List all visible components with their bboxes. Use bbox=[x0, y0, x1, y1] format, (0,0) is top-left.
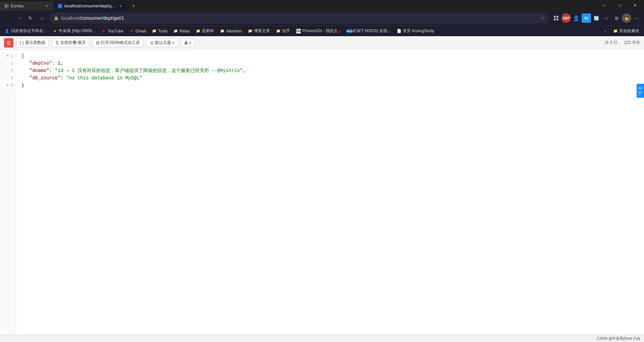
bookmark-id-card[interactable]: 👤 18岁身份证号和名... bbox=[2, 27, 49, 35]
line-num-4: 4 bbox=[3, 74, 13, 82]
line-num-1: ▼ 1 bbox=[3, 52, 13, 60]
bookmark-id-card-icon: 👤 bbox=[5, 29, 9, 33]
line-num-5: ▼ 5 bbox=[3, 82, 13, 89]
bookmark-blog-label: 博客文章 bbox=[254, 28, 270, 34]
bookmark-niuquanyu[interactable]: ★ 牛泉禹 [http://9956... bbox=[50, 27, 98, 35]
bookmark-processon-icon: On bbox=[296, 29, 301, 33]
home-button[interactable]: ⌂ bbox=[37, 13, 47, 23]
json-formatter-logo: {} bbox=[4, 38, 13, 48]
value-deptno: 1 bbox=[58, 60, 60, 67]
bookmark-other[interactable]: 📁 其他收藏夹 bbox=[610, 27, 642, 35]
url-path: /consumer/dept/get/1 bbox=[80, 15, 124, 21]
bookmark-processon-label: ProcessOn - 我的文... bbox=[302, 28, 341, 34]
sync-icon[interactable]: 🔄 bbox=[592, 13, 601, 23]
theme-dropdown-icon: ▾ bbox=[172, 41, 174, 45]
bookmark-relax-icon: 📁 bbox=[173, 29, 178, 33]
line-num-3: 3 bbox=[3, 67, 13, 74]
svg-rect-3 bbox=[556, 18, 558, 20]
code-line-2: "deptno" : 1 , bbox=[21, 60, 639, 67]
line-count: 共 5 行， bbox=[605, 40, 621, 46]
status-text: CSDN @牛泉禹[Dark Cat] bbox=[597, 336, 640, 341]
url-scheme: localhost bbox=[61, 15, 80, 21]
adblock-icon[interactable]: ABP bbox=[561, 13, 571, 23]
bookmark-lanqiao[interactable]: 📁 蓝桥杯 bbox=[193, 27, 217, 35]
comma-2: , bbox=[60, 60, 63, 67]
bookmark-tools[interactable]: 📁 Tools bbox=[149, 28, 170, 34]
open-format-tool-button[interactable]: ⊞ 打开JSON格式化工具 bbox=[92, 38, 144, 47]
bookmark-gmail-label: Gmail bbox=[136, 29, 146, 33]
svg-rect-2 bbox=[554, 18, 556, 20]
bookmark-relax[interactable]: 📁 Relax bbox=[171, 28, 193, 34]
bookmark-blog-icon: 📁 bbox=[248, 29, 253, 33]
theme-button[interactable]: ◎ 默认主题 ▾ bbox=[146, 38, 178, 47]
bookmarks-more-button[interactable]: › bbox=[600, 26, 610, 36]
bookmark-attention[interactable]: 📁 Attention bbox=[217, 28, 245, 34]
bookmark-zhihu-icon: 📁 bbox=[276, 29, 281, 33]
bookmark-eset-icon: NOD bbox=[347, 29, 352, 33]
format-tool-label: 打开JSON格式化工具 bbox=[101, 40, 140, 46]
value-dname: "id ⇒ 1 没有对应的信息，客户端提供了降级的信息，这个服务已经关闭 --@… bbox=[55, 67, 243, 74]
collections-icon[interactable]: ⊞ bbox=[612, 13, 621, 23]
font-size-dropdown-icon: ▾ bbox=[189, 41, 191, 45]
bookmarks-bar: 👤 18岁身份证号和名... ★ 牛泉禹 [http://9956... ▶ Y… bbox=[0, 25, 644, 36]
font-size-button[interactable]: A ▾ bbox=[181, 39, 195, 47]
bookmark-kuangstudy[interactable]: 📄 首页-KuangStudy bbox=[394, 27, 437, 35]
bookmark-eset[interactable]: NOD ESET NOD32 在线... bbox=[344, 27, 393, 35]
bookmark-lanqiao-icon: 📁 bbox=[196, 29, 201, 33]
tab-localhost[interactable]: L localhost/consumer/dept/get/1 ✕ bbox=[54, 1, 127, 11]
bookmark-gmail[interactable]: ✉ Gmail bbox=[127, 28, 149, 34]
profile-avatar[interactable]: 👨 bbox=[622, 13, 631, 23]
bookmark-zhihu[interactable]: 📁 知乎 bbox=[273, 27, 293, 35]
svg-rect-1 bbox=[556, 16, 558, 18]
back-button[interactable]: ← bbox=[3, 13, 13, 23]
bookmark-niuquanyu-label: 牛泉禹 [http://9956... bbox=[59, 28, 95, 34]
status-bar: CSDN @牛泉禹[Dark Cat] bbox=[0, 335, 644, 342]
menu-button[interactable]: ⋯ bbox=[632, 13, 641, 23]
show-raw-icon: { } bbox=[20, 40, 24, 45]
forward-button[interactable]: → bbox=[14, 13, 24, 23]
close-brace: } bbox=[21, 82, 24, 89]
fold-label: 全部折叠/展开 bbox=[60, 40, 86, 46]
fold-unfold-button[interactable]: ⇅ 全部折叠/展开 bbox=[52, 38, 89, 47]
user-icon[interactable]: 👤 bbox=[572, 13, 581, 23]
bookmark-processon[interactable]: On ProcessOn - 我的文... bbox=[293, 27, 344, 35]
close-button[interactable]: ✕ bbox=[627, 0, 643, 11]
tab-eureka[interactable]: E Eureka ✕ bbox=[0, 1, 54, 11]
bookmark-kuangstudy-label: 首页-KuangStudy bbox=[403, 28, 434, 34]
line-num-2: 2 bbox=[3, 60, 13, 67]
extensions-icon[interactable] bbox=[551, 13, 561, 23]
tab-favicon-localhost: L bbox=[58, 4, 62, 8]
bookmark-icon[interactable]: ☆ bbox=[602, 13, 611, 23]
code-line-5: } bbox=[21, 82, 639, 89]
tab-close-localhost[interactable]: ✕ bbox=[118, 3, 123, 9]
bookmark-kuangstudy-icon: 📄 bbox=[397, 29, 401, 33]
key-dname: "dname" bbox=[30, 67, 49, 74]
bookmark-relax-label: Relax bbox=[179, 29, 190, 33]
s2-icon[interactable]: S2 bbox=[582, 13, 591, 23]
refresh-button[interactable]: ↻ bbox=[25, 13, 36, 23]
bookmark-id-card-label: 18岁身份证号和名... bbox=[11, 28, 47, 34]
key-db-source: "db_source" bbox=[30, 74, 60, 82]
tab-close-eureka[interactable]: ✕ bbox=[44, 3, 50, 9]
comma-3: , bbox=[243, 67, 246, 74]
bookmark-blog[interactable]: 📁 博客文章 bbox=[245, 27, 273, 35]
json-content-area: { "deptno" : 1 , "dname" : "id ⇒ 1 没有对应的… bbox=[16, 50, 644, 342]
char-count: 123 字符 bbox=[624, 40, 640, 46]
bookmark-niuquanyu-icon: ★ bbox=[53, 29, 57, 33]
titlebar-controls: — □ ✕ bbox=[596, 0, 644, 11]
tab-title-localhost: localhost/consumer/dept/get/1 bbox=[64, 4, 116, 8]
side-note-panel[interactable]: ✏ C 笔记 bbox=[637, 84, 644, 98]
bookmark-lanqiao-label: 蓝桥杯 bbox=[202, 28, 214, 34]
maximize-button[interactable]: □ bbox=[612, 0, 627, 11]
new-tab-button[interactable]: + bbox=[129, 1, 138, 11]
value-db-source: "no this database in MySQL" bbox=[66, 74, 142, 82]
line-arrow-1: ▼ bbox=[6, 53, 9, 59]
minimize-button[interactable]: — bbox=[596, 0, 612, 11]
url-star-icon[interactable]: ☆ bbox=[540, 15, 545, 21]
bookmark-gmail-icon: ✉ bbox=[129, 29, 134, 33]
url-bar[interactable]: 🔒 localhost/consumer/dept/get/1 ☆ bbox=[50, 13, 549, 23]
json-stats: 共 5 行， 123 字符 bbox=[605, 40, 640, 46]
bookmark-youtube[interactable]: ▶ YouTube bbox=[99, 28, 126, 34]
line-arrow-5: ▼ bbox=[6, 83, 9, 88]
show-raw-button[interactable]: { } 显示原数据 bbox=[16, 38, 49, 47]
